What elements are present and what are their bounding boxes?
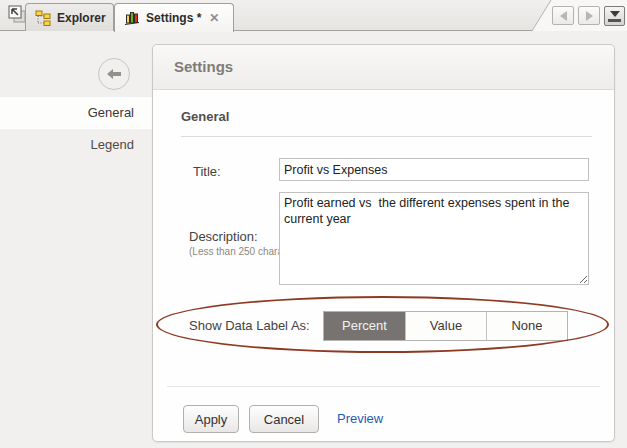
title-label: Title: bbox=[193, 164, 221, 179]
back-arrow-icon bbox=[106, 68, 122, 80]
sidebar-item-label: General bbox=[88, 105, 134, 120]
panel-title: Settings bbox=[174, 58, 233, 75]
sidebar-item-legend[interactable]: Legend bbox=[0, 129, 152, 161]
sidebar-item-label: Legend bbox=[91, 137, 134, 152]
footer-divider bbox=[167, 386, 600, 387]
screen: Explorer Settings * ✕ bbox=[0, 0, 627, 448]
bar-chart-icon bbox=[124, 10, 140, 26]
menu-underline bbox=[608, 19, 621, 22]
section-title: General bbox=[181, 109, 229, 124]
tab-settings[interactable]: Settings * ✕ bbox=[114, 3, 234, 32]
tab-explorer[interactable]: Explorer bbox=[25, 3, 114, 31]
data-label-segmented-control: Percent Value None bbox=[323, 311, 568, 341]
segment-none[interactable]: None bbox=[486, 312, 567, 340]
panel-header: Settings bbox=[153, 45, 614, 90]
segment-value[interactable]: Value bbox=[405, 312, 486, 340]
segment-percent[interactable]: Percent bbox=[324, 312, 405, 340]
tab-bar: Explorer Settings * ✕ bbox=[0, 0, 627, 31]
apply-button[interactable]: Apply bbox=[183, 405, 239, 433]
down-arrow-icon bbox=[610, 11, 620, 17]
sidebar-item-general[interactable]: General bbox=[0, 97, 152, 129]
view-menu-button[interactable] bbox=[604, 6, 625, 26]
settings-panel: Settings General Title: Description: (Le… bbox=[152, 44, 615, 442]
description-textarea[interactable] bbox=[279, 192, 589, 285]
section-divider bbox=[181, 136, 592, 137]
nav-forward-button[interactable] bbox=[578, 6, 600, 25]
preview-link[interactable]: Preview bbox=[337, 411, 383, 426]
title-input[interactable] bbox=[279, 158, 589, 181]
left-arrow-icon bbox=[560, 11, 567, 21]
close-tab-icon[interactable]: ✕ bbox=[209, 11, 219, 25]
explorer-tree-icon bbox=[35, 10, 51, 26]
back-button[interactable] bbox=[98, 58, 130, 90]
data-label-label: Show Data Label As: bbox=[189, 318, 310, 333]
right-arrow-icon bbox=[586, 11, 593, 21]
tab-label: Explorer bbox=[57, 11, 106, 25]
tab-label: Settings * bbox=[146, 11, 201, 25]
description-hint: (Less than 250 chara bbox=[189, 246, 279, 257]
description-label: Description: bbox=[189, 229, 258, 244]
cancel-button[interactable]: Cancel bbox=[249, 405, 319, 433]
nav-back-button[interactable] bbox=[552, 6, 574, 25]
